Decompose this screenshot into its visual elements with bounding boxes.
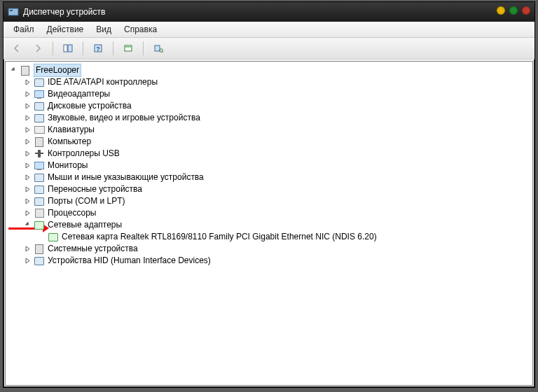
svg-rect-0 <box>8 8 18 15</box>
tree-item-label: Контроллеры USB <box>48 148 120 160</box>
tree-category[interactable]: Компьютер <box>24 136 377 148</box>
tree-item-label: Переносные устройства <box>48 183 142 195</box>
tree-children: IDE ATA/ATAPI контроллеры Видеоадаптеры … <box>24 76 377 267</box>
window-controls <box>497 6 530 15</box>
tree-item-label: Клавиатуры <box>48 124 95 136</box>
expand-toggle[interactable] <box>24 162 32 170</box>
tree-item-label: Мыши и иные указывающие устройства <box>48 172 204 183</box>
svg-line-10 <box>163 52 164 53</box>
svg-text:?: ? <box>96 46 100 52</box>
tree-category[interactable]: Дисковые устройства <box>24 100 377 112</box>
mouse-icon <box>34 172 45 183</box>
close-button[interactable] <box>522 6 530 15</box>
tree-category[interactable]: Переносные устройства <box>24 183 377 195</box>
tree-category[interactable]: Устройства HID (Human Interface Devices) <box>24 255 377 267</box>
toolbar-separator <box>143 41 144 55</box>
hid-device-icon <box>34 255 45 267</box>
expand-toggle[interactable] <box>24 197 32 206</box>
tree-item-label: Звуковые, видео и игровые устройства <box>48 112 200 124</box>
toolbar-separator <box>113 41 113 55</box>
tree-category[interactable]: Звуковые, видео и игровые устройства <box>24 112 377 124</box>
computer-icon <box>34 136 45 148</box>
tree-item-label: Компьютер <box>48 136 91 148</box>
ide-controller-icon <box>34 77 45 88</box>
expand-toggle[interactable] <box>24 138 32 146</box>
menu-help[interactable]: Справка <box>118 23 163 36</box>
expand-toggle[interactable] <box>24 174 32 182</box>
tree-device-realtek-nic[interactable]: Сетевая карта Realtek RTL8169/8110 Famil… <box>38 231 377 243</box>
toolbar: ? <box>4 38 534 59</box>
processor-icon <box>34 208 45 219</box>
expand-toggle[interactable] <box>24 102 32 111</box>
monitor-icon <box>34 160 45 172</box>
network-adapter-icon <box>34 220 45 231</box>
display-adapter-icon <box>34 89 45 100</box>
svg-rect-8 <box>155 46 160 51</box>
window-title: Диспетчер устройств <box>23 7 105 17</box>
tree-category[interactable]: Процессоры <box>24 207 377 219</box>
back-button[interactable] <box>8 40 26 57</box>
app-icon <box>8 6 19 18</box>
expand-toggle[interactable] <box>24 245 32 253</box>
toolbar-separator <box>53 41 53 55</box>
tree-subchildren: Сетевая карта Realtek RTL8169/8110 Famil… <box>38 231 377 243</box>
menu-file[interactable]: Файл <box>8 23 40 36</box>
port-icon <box>34 196 45 207</box>
spacer <box>38 233 46 241</box>
menubar: Файл Действие Вид Справка <box>4 22 534 38</box>
tree-item-label: Видеоадаптеры <box>48 88 110 100</box>
scan-hardware-button[interactable] <box>119 40 137 57</box>
maximize-button[interactable] <box>509 6 518 15</box>
disk-drive-icon <box>34 101 45 112</box>
titlebar[interactable]: Диспетчер устройств <box>4 2 534 22</box>
tree-category[interactable]: Видеоадаптеры <box>24 88 377 100</box>
keyboard-icon <box>34 125 45 136</box>
content-pane: FreeLooper IDE ATA/ATAPI контроллеры Вид… <box>5 61 533 386</box>
tree-category[interactable]: Порты (COM и LPT) <box>24 195 377 207</box>
minimize-button[interactable] <box>497 6 505 15</box>
device-tree[interactable]: FreeLooper IDE ATA/ATAPI контроллеры Вид… <box>6 62 377 385</box>
help-button[interactable]: ? <box>89 40 107 57</box>
system-device-icon <box>34 244 45 255</box>
tree-category[interactable]: IDE ATA/ATAPI контроллеры <box>24 76 377 88</box>
menu-action[interactable]: Действие <box>41 23 90 36</box>
tree-item-label: Дисковые устройства <box>48 100 132 112</box>
tree-category-network-adapters[interactable]: Сетевые адаптеры <box>24 219 377 231</box>
expand-toggle[interactable] <box>24 126 32 134</box>
network-adapter-icon <box>48 232 59 243</box>
svg-rect-7 <box>125 46 131 48</box>
expand-toggle[interactable] <box>24 90 32 99</box>
expand-toggle[interactable] <box>24 209 32 218</box>
portable-device-icon <box>34 184 45 195</box>
devices-printers-button[interactable] <box>149 40 167 57</box>
menu-view[interactable]: Вид <box>90 23 117 36</box>
sound-device-icon <box>34 113 45 124</box>
toolbar-separator <box>83 41 83 55</box>
show-hide-tree-button[interactable] <box>59 40 77 57</box>
expand-toggle[interactable] <box>24 257 32 265</box>
computer-icon <box>20 65 31 76</box>
tree-category[interactable]: Системные устройства <box>24 243 377 255</box>
device-manager-window: Диспетчер устройств Файл Действие Вид Сп… <box>3 1 535 388</box>
expand-toggle[interactable] <box>10 66 18 75</box>
tree-category[interactable]: Клавиатуры <box>24 124 377 136</box>
tree-item-label: Процессоры <box>48 207 97 219</box>
tree-item-label: IDE ATA/ATAPI контроллеры <box>48 76 158 88</box>
tree-item-label: Сетевые адаптеры <box>48 219 122 231</box>
expand-toggle[interactable] <box>24 221 32 230</box>
tree-item-label: Устройства HID (Human Interface Devices) <box>48 255 211 267</box>
tree-item-label: Порты (COM и LPT) <box>48 195 125 207</box>
tree-category[interactable]: Мыши и иные указывающие устройства <box>24 172 377 183</box>
expand-toggle[interactable] <box>24 114 32 122</box>
svg-rect-2 <box>64 45 67 52</box>
expand-toggle[interactable] <box>24 78 32 87</box>
tree-category[interactable]: Контроллеры USB <box>24 148 377 160</box>
tree-category[interactable]: Мониторы <box>24 160 377 172</box>
tree-root[interactable]: FreeLooper <box>10 64 377 76</box>
expand-toggle[interactable] <box>24 186 32 194</box>
forward-button[interactable] <box>29 40 47 57</box>
tree-item-label: Системные устройства <box>48 243 138 255</box>
tree-item-label: Мониторы <box>48 160 88 172</box>
expand-toggle[interactable] <box>24 150 32 158</box>
svg-rect-1 <box>10 10 13 11</box>
